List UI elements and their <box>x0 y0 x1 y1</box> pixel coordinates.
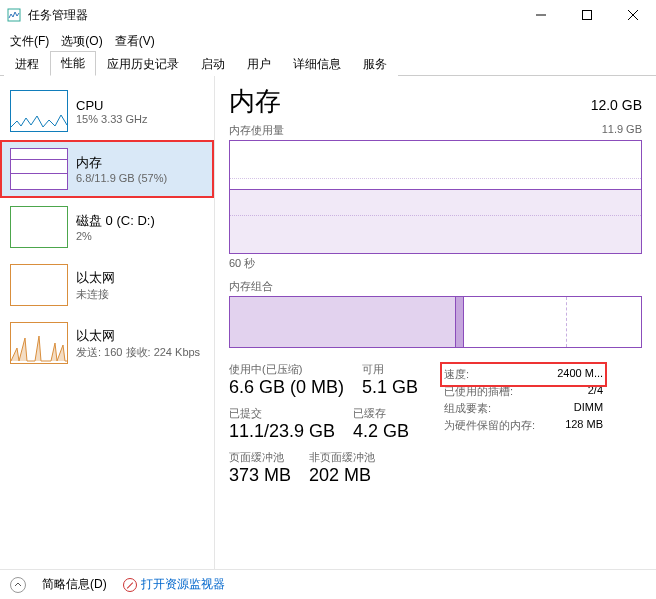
fewer-details-link[interactable]: 简略信息(D) <box>42 576 107 593</box>
maximize-button[interactable] <box>564 0 610 30</box>
ethernet-thumb-icon <box>10 322 68 364</box>
tabs: 进程 性能 应用历史记录 启动 用户 详细信息 服务 <box>0 52 656 76</box>
main-panel: 内存 12.0 GB 内存使用量 11.9 GB 60 秒 内存组合 使用中(已… <box>215 76 656 569</box>
ethernet-thumb-icon <box>10 264 68 306</box>
footer: 简略信息(D) 打开资源监视器 <box>0 569 656 599</box>
app-icon <box>6 7 22 23</box>
open-resource-monitor-link[interactable]: 打开资源监视器 <box>123 576 225 593</box>
sidebar-item-sub: 未连接 <box>76 287 115 302</box>
usage-graph-label: 内存使用量 <box>229 123 284 138</box>
sidebar-item-disk[interactable]: 磁盘 0 (C: D:) 2% <box>0 198 214 256</box>
graph-time-label: 60 秒 <box>229 256 642 271</box>
sidebar-item-label: 以太网 <box>76 269 115 287</box>
menu-view[interactable]: 查看(V) <box>109 31 161 52</box>
memory-composition-graph[interactable] <box>229 296 642 348</box>
tab-services[interactable]: 服务 <box>352 52 398 76</box>
sidebar-item-ethernet-2[interactable]: 以太网 发送: 160 接收: 224 Kbps <box>0 314 214 372</box>
sidebar-item-sub: 2% <box>76 230 155 242</box>
minimize-button[interactable] <box>518 0 564 30</box>
usage-graph-max: 11.9 GB <box>602 123 642 138</box>
sidebar-item-cpu[interactable]: CPU 15% 3.33 GHz <box>0 82 214 140</box>
detail-form-factor: 组成要素:DIMM <box>444 400 603 417</box>
stat-available: 可用 5.1 GB <box>362 362 418 398</box>
sidebar: CPU 15% 3.33 GHz 内存 6.8/11.9 GB (57%) 磁盘… <box>0 76 215 569</box>
memory-thumb-icon <box>10 148 68 190</box>
tab-app-history[interactable]: 应用历史记录 <box>96 52 190 76</box>
window-title: 任务管理器 <box>28 7 518 24</box>
page-title: 内存 <box>229 84 281 119</box>
menubar: 文件(F) 选项(O) 查看(V) <box>0 30 656 52</box>
sidebar-item-memory[interactable]: 内存 6.8/11.9 GB (57%) <box>0 140 214 198</box>
menu-file[interactable]: 文件(F) <box>4 31 55 52</box>
close-button[interactable] <box>610 0 656 30</box>
cpu-thumb-icon <box>10 90 68 132</box>
stat-cached: 已缓存 4.2 GB <box>353 406 409 442</box>
chevron-up-icon[interactable] <box>10 577 26 593</box>
resource-monitor-icon <box>123 578 137 592</box>
sidebar-item-sub: 6.8/11.9 GB (57%) <box>76 172 167 184</box>
memory-details: 速度:2400 M... 已使用的插槽:2/4 组成要素:DIMM 为硬件保留的… <box>436 362 611 486</box>
memory-total: 12.0 GB <box>591 97 642 113</box>
tab-startup[interactable]: 启动 <box>190 52 236 76</box>
detail-slots: 已使用的插槽:2/4 <box>444 383 603 400</box>
sidebar-item-ethernet-1[interactable]: 以太网 未连接 <box>0 256 214 314</box>
disk-thumb-icon <box>10 206 68 248</box>
titlebar: 任务管理器 <box>0 0 656 30</box>
tab-details[interactable]: 详细信息 <box>282 52 352 76</box>
stat-paged-pool: 页面缓冲池 373 MB <box>229 450 291 486</box>
stat-committed: 已提交 11.1/23.9 GB <box>229 406 335 442</box>
menu-options[interactable]: 选项(O) <box>55 31 108 52</box>
memory-usage-graph[interactable] <box>229 140 642 254</box>
sidebar-item-sub: 15% 3.33 GHz <box>76 113 148 125</box>
svg-rect-2 <box>583 11 592 20</box>
stat-in-use: 使用中(已压缩) 6.6 GB (0 MB) <box>229 362 344 398</box>
tab-processes[interactable]: 进程 <box>4 52 50 76</box>
sidebar-item-label: 内存 <box>76 154 167 172</box>
sidebar-item-label: CPU <box>76 98 148 113</box>
tab-performance[interactable]: 性能 <box>50 51 96 76</box>
stats: 使用中(已压缩) 6.6 GB (0 MB) 可用 5.1 GB 已提交 11.… <box>229 362 642 486</box>
stat-nonpaged-pool: 非页面缓冲池 202 MB <box>309 450 375 486</box>
sidebar-item-label: 以太网 <box>76 327 200 345</box>
detail-hw-reserved: 为硬件保留的内存:128 MB <box>444 417 603 434</box>
detail-speed: 速度:2400 M... <box>444 366 603 383</box>
sidebar-item-sub: 发送: 160 接收: 224 Kbps <box>76 345 200 360</box>
composition-label: 内存组合 <box>229 279 642 294</box>
tab-users[interactable]: 用户 <box>236 52 282 76</box>
sidebar-item-label: 磁盘 0 (C: D:) <box>76 212 155 230</box>
content: CPU 15% 3.33 GHz 内存 6.8/11.9 GB (57%) 磁盘… <box>0 76 656 569</box>
